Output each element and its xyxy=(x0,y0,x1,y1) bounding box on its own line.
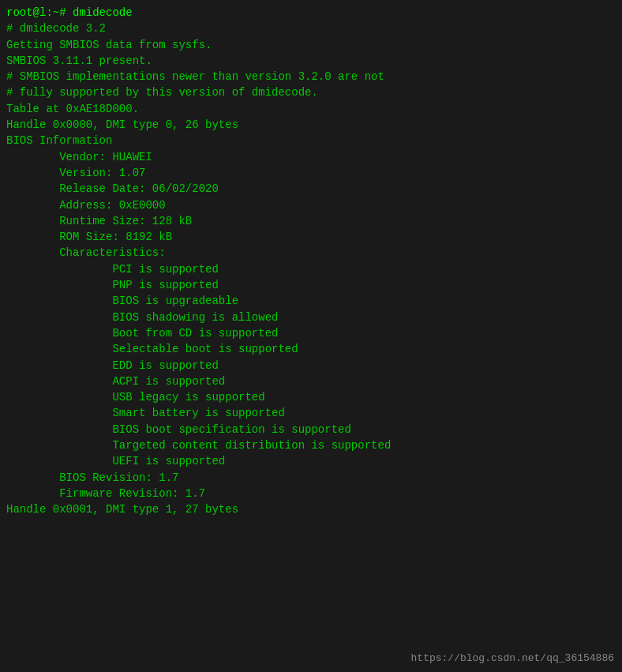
terminal-line: Firmware Revision: 1.7 xyxy=(6,486,616,501)
terminal-line: Handle 0x0000, DMI type 0, 26 bytes xyxy=(6,117,616,133)
terminal-line: Table at 0xAE18D000. xyxy=(6,101,616,117)
terminal-line: EDD is supported xyxy=(6,358,616,374)
terminal-window: root@l:~# dmidecode# dmidecode 3.2Gettin… xyxy=(0,0,622,672)
terminal-line: BIOS Information xyxy=(6,133,616,148)
terminal-line: Smart battery is supported xyxy=(6,405,616,421)
terminal-line: PNP is supported xyxy=(6,277,616,293)
terminal-line: Address: 0xE0000 xyxy=(6,197,616,213)
terminal-line: Handle 0x0001, DMI type 1, 27 bytes xyxy=(6,501,616,517)
terminal-line: ACPI is supported xyxy=(6,374,616,389)
terminal-line: Runtime Size: 128 kB xyxy=(6,213,616,229)
terminal-line: Getting SMBIOS data from sysfs. xyxy=(6,37,616,53)
terminal-line: Vendor: HUAWEI xyxy=(6,149,616,165)
terminal-line: root@l:~# dmidecode xyxy=(6,5,616,21)
terminal-line: BIOS Revision: 1.7 xyxy=(6,470,616,486)
terminal-line: SMBIOS 3.11.1 present. xyxy=(6,53,616,69)
terminal-line: Characteristics: xyxy=(6,245,616,261)
terminal-line: BIOS shadowing is allowed xyxy=(6,310,616,325)
terminal-line: # SMBIOS implementations newer than vers… xyxy=(6,69,616,84)
terminal-line: # dmidecode 3.2 xyxy=(6,21,616,36)
terminal-line: Version: 1.07 xyxy=(6,165,616,181)
terminal-line: Boot from CD is supported xyxy=(6,325,616,341)
terminal-line: Selectable boot is supported xyxy=(6,341,616,357)
terminal-line: UEFI is supported xyxy=(6,453,616,469)
terminal-line: BIOS is upgradeable xyxy=(6,293,616,309)
terminal-line: # fully supported by this version of dmi… xyxy=(6,84,616,100)
terminal-line: USB legacy is supported xyxy=(6,389,616,405)
terminal-output: root@l:~# dmidecode# dmidecode 3.2Gettin… xyxy=(6,5,616,518)
watermark: https://blog.csdn.net/qq_36154886 xyxy=(411,652,614,664)
terminal-line: BIOS boot specification is supported xyxy=(6,422,616,437)
terminal-line: Targeted content distribution is support… xyxy=(6,437,616,453)
terminal-line: PCI is supported xyxy=(6,261,616,277)
terminal-line: Release Date: 06/02/2020 xyxy=(6,181,616,197)
terminal-line: ROM Size: 8192 kB xyxy=(6,229,616,245)
